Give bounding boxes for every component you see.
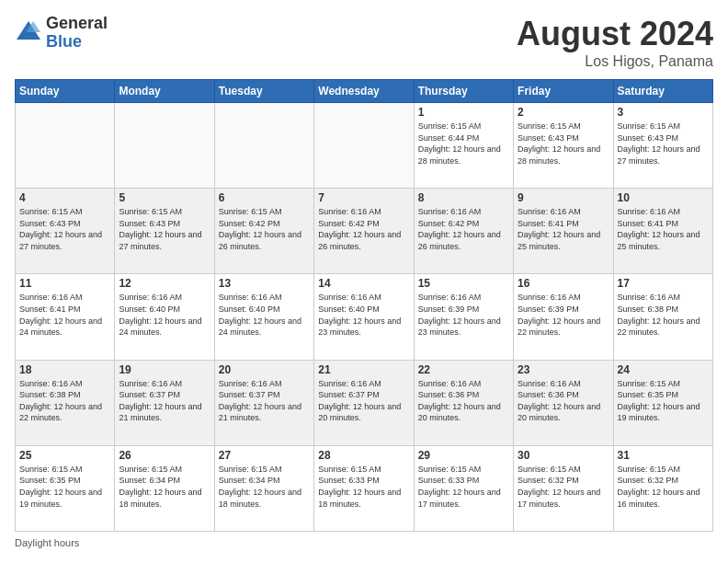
calendar-cell: 7Sunrise: 6:16 AM Sunset: 6:42 PM Daylig… bbox=[314, 189, 414, 274]
calendar-cell: 12Sunrise: 6:16 AM Sunset: 6:40 PM Dayli… bbox=[115, 274, 214, 360]
day-number: 25 bbox=[19, 449, 110, 462]
day-number: 15 bbox=[418, 277, 509, 290]
calendar-cell: 26Sunrise: 6:15 AM Sunset: 6:34 PM Dayli… bbox=[115, 445, 214, 531]
day-number: 31 bbox=[618, 449, 709, 462]
calendar-cell: 9Sunrise: 6:16 AM Sunset: 6:41 PM Daylig… bbox=[514, 189, 613, 274]
calendar-week-row: 11Sunrise: 6:16 AM Sunset: 6:41 PM Dayli… bbox=[16, 274, 713, 360]
header: General Blue August 2024 Los Higos, Pana… bbox=[15, 15, 713, 70]
day-info: Sunrise: 6:16 AM Sunset: 6:42 PM Dayligh… bbox=[418, 206, 509, 252]
calendar-cell: 5Sunrise: 6:15 AM Sunset: 6:43 PM Daylig… bbox=[115, 189, 214, 274]
day-number: 2 bbox=[518, 106, 609, 119]
day-info: Sunrise: 6:16 AM Sunset: 6:40 PM Dayligh… bbox=[318, 292, 409, 338]
day-number: 14 bbox=[318, 277, 409, 290]
day-number: 12 bbox=[119, 277, 210, 290]
day-info: Sunrise: 6:15 AM Sunset: 6:43 PM Dayligh… bbox=[119, 206, 210, 252]
day-info: Sunrise: 6:15 AM Sunset: 6:42 PM Dayligh… bbox=[219, 206, 310, 252]
calendar-cell: 6Sunrise: 6:15 AM Sunset: 6:42 PM Daylig… bbox=[214, 189, 313, 274]
calendar-cell bbox=[214, 103, 313, 189]
day-number: 19 bbox=[119, 363, 210, 376]
logo: General Blue bbox=[15, 15, 108, 52]
calendar-week-row: 4Sunrise: 6:15 AM Sunset: 6:43 PM Daylig… bbox=[16, 189, 713, 274]
calendar-cell: 28Sunrise: 6:15 AM Sunset: 6:33 PM Dayli… bbox=[314, 445, 414, 531]
day-number: 4 bbox=[19, 191, 110, 204]
day-info: Sunrise: 6:16 AM Sunset: 6:41 PM Dayligh… bbox=[518, 206, 609, 252]
calendar-cell: 19Sunrise: 6:16 AM Sunset: 6:37 PM Dayli… bbox=[115, 360, 214, 445]
calendar-week-row: 18Sunrise: 6:16 AM Sunset: 6:38 PM Dayli… bbox=[16, 360, 713, 445]
day-info: Sunrise: 6:16 AM Sunset: 6:41 PM Dayligh… bbox=[618, 206, 709, 252]
day-number: 22 bbox=[418, 363, 509, 376]
calendar-cell: 3Sunrise: 6:15 AM Sunset: 6:43 PM Daylig… bbox=[613, 103, 712, 189]
calendar-cell: 10Sunrise: 6:16 AM Sunset: 6:41 PM Dayli… bbox=[613, 189, 712, 274]
day-number: 28 bbox=[318, 449, 409, 462]
logo-icon bbox=[15, 19, 42, 47]
day-number: 21 bbox=[318, 363, 409, 376]
calendar-cell: 29Sunrise: 6:15 AM Sunset: 6:33 PM Dayli… bbox=[414, 445, 513, 531]
calendar-cell: 30Sunrise: 6:15 AM Sunset: 6:32 PM Dayli… bbox=[514, 445, 613, 531]
day-info: Sunrise: 6:16 AM Sunset: 6:38 PM Dayligh… bbox=[618, 292, 709, 338]
header-tuesday: Tuesday bbox=[214, 80, 313, 103]
header-saturday: Saturday bbox=[613, 80, 712, 103]
logo-general: General bbox=[46, 15, 108, 33]
calendar-cell bbox=[115, 103, 214, 189]
day-number: 1 bbox=[418, 106, 509, 119]
logo-text: General Blue bbox=[46, 15, 108, 52]
day-info: Sunrise: 6:16 AM Sunset: 6:37 PM Dayligh… bbox=[219, 378, 310, 424]
calendar-cell: 17Sunrise: 6:16 AM Sunset: 6:38 PM Dayli… bbox=[613, 274, 712, 360]
day-info: Sunrise: 6:16 AM Sunset: 6:37 PM Dayligh… bbox=[119, 378, 210, 424]
day-number: 3 bbox=[618, 106, 709, 119]
day-number: 8 bbox=[418, 191, 509, 204]
header-thursday: Thursday bbox=[414, 80, 513, 103]
day-number: 7 bbox=[318, 191, 409, 204]
day-number: 23 bbox=[518, 363, 609, 376]
calendar-cell: 24Sunrise: 6:15 AM Sunset: 6:35 PM Dayli… bbox=[613, 360, 712, 445]
day-info: Sunrise: 6:16 AM Sunset: 6:36 PM Dayligh… bbox=[418, 378, 509, 424]
day-info: Sunrise: 6:16 AM Sunset: 6:42 PM Dayligh… bbox=[318, 206, 409, 252]
day-number: 20 bbox=[219, 363, 310, 376]
day-number: 13 bbox=[219, 277, 310, 290]
day-number: 9 bbox=[518, 191, 609, 204]
calendar-cell: 31Sunrise: 6:15 AM Sunset: 6:32 PM Dayli… bbox=[613, 445, 712, 531]
header-friday: Friday bbox=[514, 80, 613, 103]
day-number: 11 bbox=[19, 277, 110, 290]
calendar-week-row: 25Sunrise: 6:15 AM Sunset: 6:35 PM Dayli… bbox=[16, 445, 713, 531]
logo-blue: Blue bbox=[46, 33, 108, 52]
day-info: Sunrise: 6:15 AM Sunset: 6:43 PM Dayligh… bbox=[618, 121, 709, 167]
calendar-cell: 1Sunrise: 6:15 AM Sunset: 6:44 PM Daylig… bbox=[414, 103, 513, 189]
title-area: August 2024 Los Higos, Panama bbox=[517, 15, 713, 70]
calendar-cell: 27Sunrise: 6:15 AM Sunset: 6:34 PM Dayli… bbox=[214, 445, 313, 531]
calendar-cell: 25Sunrise: 6:15 AM Sunset: 6:35 PM Dayli… bbox=[16, 445, 115, 531]
page: General Blue August 2024 Los Higos, Pana… bbox=[0, 0, 728, 563]
day-number: 5 bbox=[119, 191, 210, 204]
day-info: Sunrise: 6:15 AM Sunset: 6:33 PM Dayligh… bbox=[318, 464, 409, 510]
month-title: August 2024 bbox=[517, 15, 713, 53]
day-info: Sunrise: 6:16 AM Sunset: 6:37 PM Dayligh… bbox=[318, 378, 409, 424]
day-number: 24 bbox=[618, 363, 709, 376]
calendar-cell: 18Sunrise: 6:16 AM Sunset: 6:38 PM Dayli… bbox=[16, 360, 115, 445]
location: Los Higos, Panama bbox=[517, 53, 713, 70]
day-info: Sunrise: 6:15 AM Sunset: 6:43 PM Dayligh… bbox=[518, 121, 609, 167]
calendar-cell bbox=[314, 103, 414, 189]
calendar-cell: 16Sunrise: 6:16 AM Sunset: 6:39 PM Dayli… bbox=[514, 274, 613, 360]
day-number: 6 bbox=[219, 191, 310, 204]
day-info: Sunrise: 6:15 AM Sunset: 6:44 PM Dayligh… bbox=[418, 121, 509, 167]
calendar-cell: 14Sunrise: 6:16 AM Sunset: 6:40 PM Dayli… bbox=[314, 274, 414, 360]
calendar-table: SundayMondayTuesdayWednesdayThursdayFrid… bbox=[15, 79, 713, 532]
calendar-cell: 2Sunrise: 6:15 AM Sunset: 6:43 PM Daylig… bbox=[514, 103, 613, 189]
day-number: 17 bbox=[618, 277, 709, 290]
day-info: Sunrise: 6:16 AM Sunset: 6:36 PM Dayligh… bbox=[518, 378, 609, 424]
day-info: Sunrise: 6:15 AM Sunset: 6:34 PM Dayligh… bbox=[119, 464, 210, 510]
day-number: 16 bbox=[518, 277, 609, 290]
day-info: Sunrise: 6:15 AM Sunset: 6:43 PM Dayligh… bbox=[19, 206, 110, 252]
calendar-cell: 22Sunrise: 6:16 AM Sunset: 6:36 PM Dayli… bbox=[414, 360, 513, 445]
calendar-header-row: SundayMondayTuesdayWednesdayThursdayFrid… bbox=[16, 80, 713, 103]
calendar-cell bbox=[16, 103, 115, 189]
day-number: 18 bbox=[19, 363, 110, 376]
day-info: Sunrise: 6:15 AM Sunset: 6:33 PM Dayligh… bbox=[418, 464, 509, 510]
calendar-cell: 8Sunrise: 6:16 AM Sunset: 6:42 PM Daylig… bbox=[414, 189, 513, 274]
day-info: Sunrise: 6:16 AM Sunset: 6:39 PM Dayligh… bbox=[518, 292, 609, 338]
day-info: Sunrise: 6:16 AM Sunset: 6:38 PM Dayligh… bbox=[19, 378, 110, 424]
day-info: Sunrise: 6:15 AM Sunset: 6:34 PM Dayligh… bbox=[219, 464, 310, 510]
day-info: Sunrise: 6:15 AM Sunset: 6:32 PM Dayligh… bbox=[518, 464, 609, 510]
day-number: 30 bbox=[518, 449, 609, 462]
header-monday: Monday bbox=[115, 80, 214, 103]
